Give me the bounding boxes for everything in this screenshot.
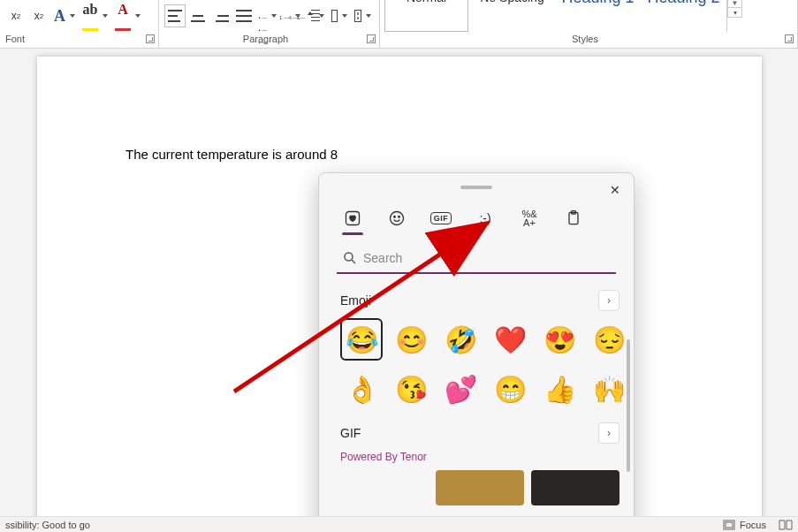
- close-button[interactable]: ✕: [605, 180, 625, 200]
- subscript-button[interactable]: x2: [5, 4, 27, 27]
- style-name: Heading 1: [561, 0, 634, 6]
- emoji-item[interactable]: 😊: [390, 318, 432, 361]
- emoji-item[interactable]: 😁: [489, 368, 531, 410]
- kaomoji-icon: ;-): [479, 211, 490, 225]
- font-color-button[interactable]: A: [112, 4, 143, 27]
- tab-kaomoji[interactable]: ;-): [473, 207, 498, 230]
- svg-point-6: [345, 253, 353, 261]
- align-justify-button[interactable]: [233, 4, 255, 27]
- bullets-button[interactable]: [256, 4, 279, 27]
- highlight-color-button[interactable]: ab: [80, 4, 110, 27]
- gif-thumb[interactable]: [436, 470, 524, 505]
- gif-icon: GIF: [430, 212, 452, 224]
- styles-dialog-launcher[interactable]: [785, 34, 794, 43]
- emoji-item[interactable]: 😔: [588, 318, 630, 361]
- svg-rect-10: [726, 522, 733, 528]
- document-text[interactable]: The current temperature is around 8: [125, 147, 338, 162]
- emoji-item[interactable]: 😂: [340, 318, 383, 361]
- svg-point-1: [391, 212, 404, 225]
- style-name: Heading 2: [647, 0, 719, 6]
- font-dialog-launcher[interactable]: [146, 34, 155, 43]
- tab-emoji[interactable]: [384, 207, 409, 230]
- numbering-button[interactable]: [281, 4, 304, 27]
- smiley-icon: [388, 209, 406, 227]
- style-name: Normal: [407, 0, 446, 6]
- text-effects-button[interactable]: A: [51, 4, 78, 27]
- tab-gif[interactable]: GIF: [429, 207, 453, 230]
- ribbon-group-paragraph: Paragraph: [159, 0, 380, 48]
- emoji-item[interactable]: 👌: [340, 368, 383, 410]
- tab-symbols[interactable]: %&A+: [517, 207, 542, 230]
- emoji-item[interactable]: 💕: [439, 368, 482, 410]
- tab-clipboard[interactable]: [561, 207, 586, 230]
- search-field: [337, 244, 616, 274]
- style-heading-2[interactable]: Heading 2: [642, 0, 726, 32]
- emoji-picker: ✕ GIF ;-) %&A+ Emoji › 😂 😊: [318, 172, 635, 532]
- sticker-heart-icon: [344, 209, 361, 227]
- search-icon: [342, 250, 358, 266]
- shading-button[interactable]: [329, 4, 351, 27]
- svg-point-3: [399, 217, 400, 218]
- emoji-grid: 😂 😊 🤣 ❤️ 😍 😔 👌 😘 💕 😁 👍 🙌: [340, 318, 619, 410]
- gif-thumb[interactable]: [531, 470, 619, 505]
- read-mode-icon[interactable]: [779, 519, 793, 531]
- status-accessibility[interactable]: ssibility: Good to go: [5, 520, 90, 530]
- drag-handle[interactable]: [460, 186, 492, 189]
- emoji-item[interactable]: 🙌: [588, 368, 630, 410]
- clipboard-icon: [565, 209, 582, 227]
- borders-button[interactable]: [352, 4, 374, 27]
- style-name: No Spacing: [480, 0, 543, 6]
- line-spacing-button[interactable]: [305, 4, 327, 27]
- status-bar: ssibility: Good to go Focus: [0, 516, 798, 532]
- gif-thumb[interactable]: [340, 470, 429, 505]
- focus-icon: [722, 519, 736, 531]
- picker-tabs: GIF ;-) %&A+: [319, 203, 634, 237]
- svg-line-7: [352, 260, 355, 263]
- gif-row: [340, 470, 619, 505]
- align-center-button[interactable]: [187, 4, 209, 27]
- ribbon-group-label: Styles: [572, 34, 598, 44]
- ribbon-group-label: Font: [5, 34, 25, 44]
- ribbon-group-styles: Normal No Spacing Heading 1 Heading 2 ▲▼…: [380, 0, 798, 48]
- section-title-emoji: Emoji: [340, 293, 371, 308]
- style-normal[interactable]: Normal: [384, 0, 468, 32]
- search-input[interactable]: [363, 251, 616, 265]
- align-right-button[interactable]: [210, 4, 232, 27]
- paragraph-dialog-launcher[interactable]: [367, 34, 376, 43]
- emoji-item[interactable]: 😘: [390, 368, 432, 410]
- emoji-item[interactable]: 😍: [538, 318, 581, 361]
- styles-gallery-scroll[interactable]: ▲▼▾: [726, 0, 742, 32]
- focus-mode-button[interactable]: Focus: [722, 519, 766, 531]
- ribbon: x2 x2 A ab A Font: [0, 0, 798, 49]
- style-heading-1[interactable]: Heading 1: [556, 0, 640, 32]
- ribbon-group-font: x2 x2 A ab A Font: [0, 0, 159, 48]
- emoji-item[interactable]: 👍: [538, 368, 581, 410]
- tab-recent[interactable]: [340, 207, 365, 230]
- align-left-button[interactable]: [164, 4, 186, 27]
- symbols-icon: %&A+: [521, 209, 536, 227]
- expand-emoji-button[interactable]: ›: [598, 290, 619, 311]
- emoji-item[interactable]: 🤣: [439, 318, 482, 361]
- powered-by-tenor: Powered By Tenor: [340, 451, 619, 463]
- expand-gif-button[interactable]: ›: [598, 422, 619, 444]
- style-no-spacing[interactable]: No Spacing: [470, 0, 554, 32]
- superscript-button[interactable]: x2: [28, 4, 49, 27]
- emoji-item[interactable]: ❤️: [489, 318, 531, 361]
- svg-point-2: [394, 217, 396, 218]
- section-title-gif: GIF: [340, 426, 361, 440]
